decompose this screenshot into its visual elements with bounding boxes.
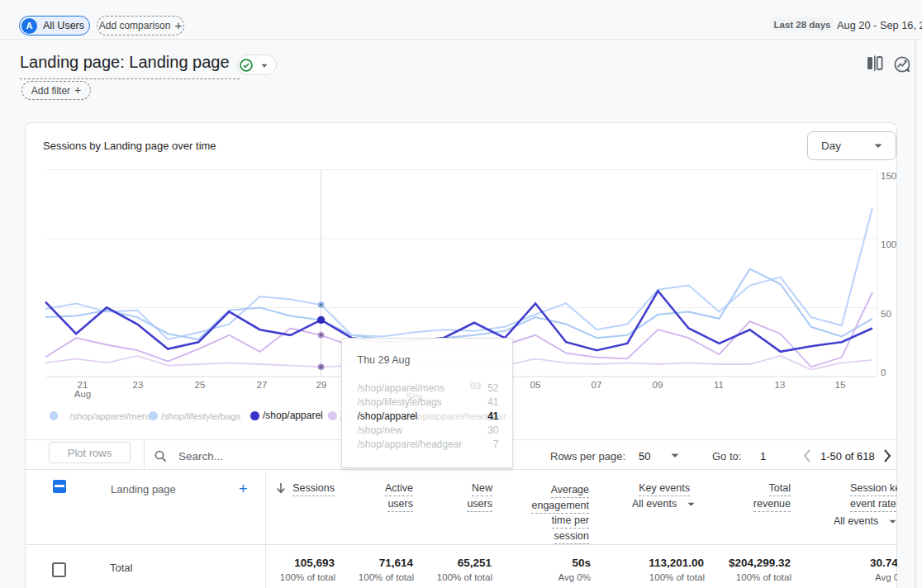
svg-text:25: 25: [195, 380, 206, 390]
svg-text:09: 09: [653, 380, 663, 390]
svg-text:05: 05: [530, 380, 541, 390]
svg-text:100: 100: [881, 239, 896, 249]
svg-text:0: 0: [881, 368, 886, 377]
svg-text:15: 15: [835, 380, 846, 390]
svg-text:27: 27: [257, 380, 268, 390]
svg-text:29: 29: [316, 380, 327, 390]
svg-text:23: 23: [133, 380, 144, 390]
svg-text:Aug: Aug: [74, 389, 91, 399]
svg-text:07: 07: [592, 380, 602, 390]
svg-text:13: 13: [775, 380, 786, 390]
svg-text:50: 50: [881, 309, 891, 319]
svg-text:11: 11: [714, 380, 724, 390]
svg-text:150: 150: [881, 171, 896, 181]
